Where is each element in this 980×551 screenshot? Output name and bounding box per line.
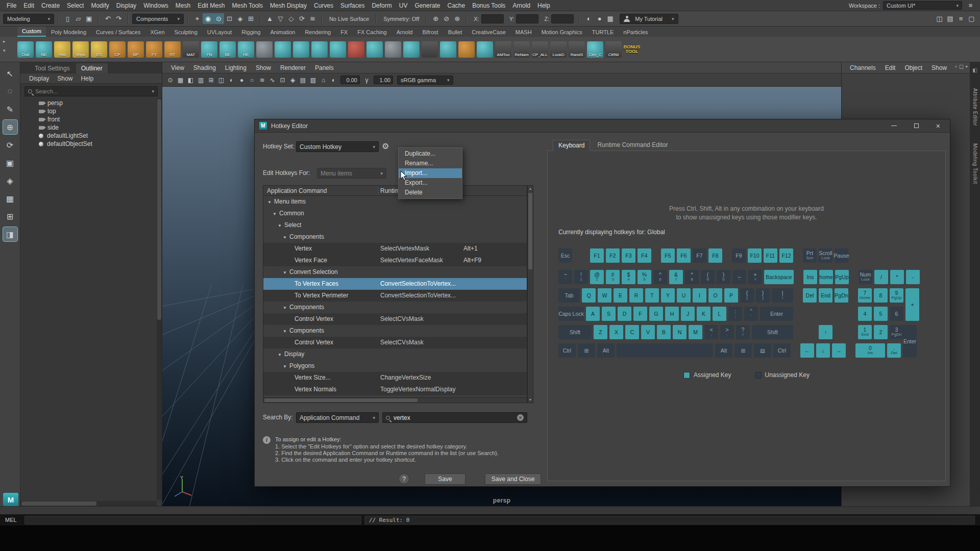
expand-arrow-icon[interactable]: ▼ [283,302,289,314]
keyboard-key[interactable]: Caps Lock [558,307,584,321]
shelf-nav-arrows[interactable]: ▸▾ [3,39,6,53]
keyboard-key[interactable]: E [614,288,627,303]
shelf-tool-button[interactable] [330,41,346,58]
shelf-menu-icon2[interactable]: ▾ [3,48,6,53]
keyboard-key[interactable]: F9 [732,248,746,263]
keyboard-key[interactable]: N [673,325,687,339]
live-surface-status[interactable]: No Live Surface [326,16,372,22]
panel-corner-icon[interactable]: ▪ [966,63,968,70]
scroll-up-icon[interactable]: ▲ [528,187,533,190]
editor-tab[interactable]: Runtime Command Editor [592,140,673,151]
menubar-item[interactable]: Cache [444,2,469,9]
keyboard-key[interactable]: ▤ [754,343,771,358]
expand-arrow-icon[interactable]: ▼ [283,267,289,279]
outliner-item[interactable]: front [20,115,162,123]
context-menu-item[interactable]: Duplicate... [399,149,462,159]
shelf-tool-button[interactable] [403,41,420,58]
table-row[interactable]: ▼Components [263,302,527,313]
keyboard-key[interactable]: 8 [874,288,888,303]
keyboard-key[interactable]: | \ [772,288,793,303]
outliner-menu-item[interactable]: Show [54,75,76,82]
shelf-tool-button[interactable]: CtRM [605,41,622,58]
shelf-tool-button[interactable]: LookD [550,41,567,58]
file-operation-icon[interactable]: ▯ [62,13,73,24]
expand-arrow-icon[interactable]: ▼ [278,220,284,232]
viewport-menu-item[interactable]: Lighting [220,64,251,71]
shelf-tool-button[interactable] [458,41,475,58]
viewport-display-icon[interactable]: ⊞ [206,75,216,85]
menubar-item[interactable]: Mesh Display [266,2,310,9]
keyboard-key[interactable]: ⊞ [734,343,752,358]
table-row[interactable]: ▼Polygons [263,360,527,372]
keyboard-key[interactable]: ~ ` [558,270,572,284]
keyboard-key[interactable]: Q [582,288,596,303]
keyboard-key[interactable]: ) 0 [717,270,730,284]
editor-tab[interactable]: Keyboard [553,140,590,151]
history-toggle-icon[interactable]: ⟳ [297,13,307,24]
keyboard-key[interactable]: 9 PgUp [890,288,903,303]
expand-arrow-icon[interactable]: ▼ [267,196,274,208]
viewport-display-icon[interactable]: ◈ [288,75,298,85]
keyboard-key[interactable]: 1 End [858,325,872,339]
menubar-item[interactable]: Arnold [509,2,534,9]
keyboard-key[interactable]: Backspace [764,270,794,284]
keyboard-key[interactable]: Ctrl [558,343,576,358]
menubar-item[interactable]: Windows [140,2,172,9]
column-header-runtime-command[interactable]: Runtim [380,187,400,194]
symmetry-status[interactable]: Symmetry: Off [380,16,422,22]
viewport-display-icon[interactable]: ≋ [257,75,267,85]
keyboard-key[interactable]: Prt Scn [803,248,817,263]
shelf-tab[interactable]: Rendering [300,28,335,37]
outliner-item[interactable]: defaultObjectSet [20,140,162,148]
keyboard-key[interactable]: ( 9 [701,270,715,284]
shelf-tab[interactable]: nParticles [619,28,652,37]
expand-arrow-icon[interactable]: ▼ [283,232,289,243]
construction-toggle-icon[interactable]: ⊗ [452,13,462,24]
render-icon[interactable]: ● [594,13,605,24]
file-operation-icon[interactable]: ▣ [84,13,94,24]
shelf-tool-button[interactable]: Hist [54,41,70,58]
keyboard-key[interactable]: Ins [803,270,817,284]
gear-icon[interactable]: ⚙ [382,141,389,151]
snap-toggle-icon[interactable]: ⊙ [213,13,224,24]
snap-toggle-icon[interactable]: ◉ [203,13,213,24]
menubar-item[interactable]: Select [63,2,87,9]
shelf-tool-button[interactable] [275,41,291,58]
keyboard-key[interactable]: > . [720,325,734,339]
table-row[interactable]: Vertex SelectVertexMask Alt+1 [263,243,527,255]
toolbox-tool[interactable]: ⊕ [3,120,17,134]
keyboard-key[interactable]: ⊞ [578,343,595,358]
keyboard-key[interactable]: Esc [558,248,572,263]
toolbox-tool[interactable]: ◨ [3,227,17,241]
keyboard-key[interactable]: Alt [597,343,615,358]
keyboard-key[interactable]: V [641,325,655,339]
keyboard-key[interactable]: ← [800,343,814,358]
menubar-item[interactable]: UV [396,2,411,9]
close-icon[interactable]: × [936,122,940,130]
shelf-tab[interactable]: TURTLE [587,28,619,37]
sidebar-toggle-icon[interactable]: ▢ [966,13,977,24]
context-menu-item[interactable]: Rename... [399,159,462,168]
viewport-display-icon[interactable]: ◐ [227,75,236,85]
scrollbar-thumb[interactable] [21,502,96,506]
table-row[interactable]: ▼Display [263,348,527,360]
shelf-tool-button[interactable]: RandS [569,41,585,58]
keyboard-key[interactable]: . Del [887,343,901,358]
viewport-menu-item[interactable]: Panels [310,64,338,71]
shelf-tool-button[interactable] [422,41,438,58]
keyboard-key[interactable]: F6 [677,248,691,263]
viewport-display-icon[interactable]: ▥ [196,75,206,85]
shelf-tool-button[interactable]: AMToo [495,41,511,58]
history-toggle-icon[interactable]: ◇ [286,13,297,24]
panel-tab[interactable]: Outliner [76,63,108,73]
panel-corner-icon[interactable]: ▫ [955,63,957,70]
dialog-titlebar[interactable]: M Hotkey Editor × [255,119,950,133]
keyboard-key[interactable]: X [609,325,623,339]
outliner-search-field[interactable]: Search... ▾ [24,86,158,96]
keyboard-key[interactable]: End [819,288,832,303]
shelf-tab[interactable]: Poly Modeling [46,28,91,37]
shelf-tool-button[interactable] [348,41,364,58]
shelf-tool-button[interactable]: Impo [72,41,89,58]
table-row[interactable]: ▼Menu items [263,196,527,208]
keyboard-key[interactable]: Tab [558,288,580,303]
